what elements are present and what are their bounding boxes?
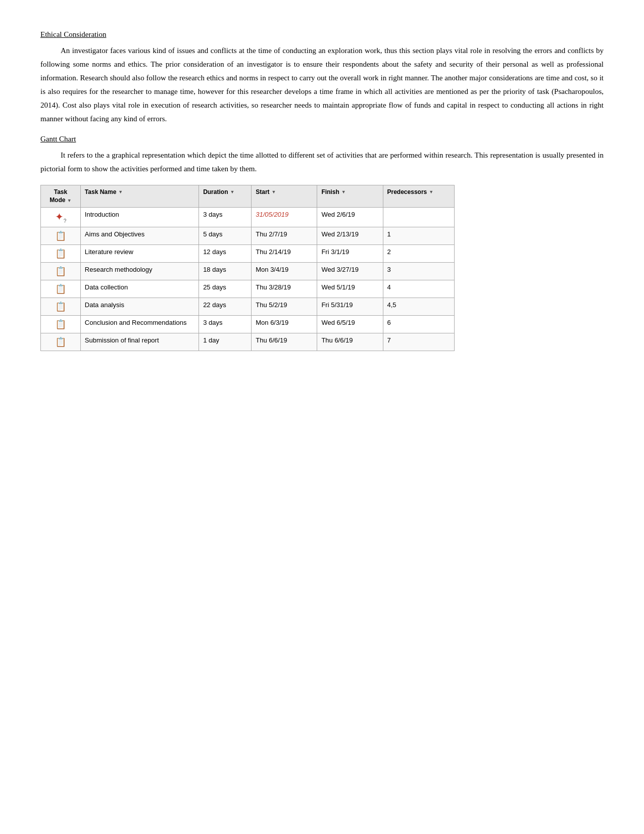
col-header-start[interactable]: Start ▼ xyxy=(252,185,317,208)
predecessors-cell: 4 xyxy=(383,280,454,298)
predecessors-cell: 6 xyxy=(383,316,454,333)
duration-cell: 3 days xyxy=(199,316,252,333)
task-name-cell: Aims and Objectives xyxy=(80,227,199,245)
finish-cell: Wed 2/13/19 xyxy=(317,227,383,245)
task-mode-cell: 📋 xyxy=(41,263,81,280)
start-cell: Thu 3/28/19 xyxy=(252,280,317,298)
predecessors-cell: 3 xyxy=(383,263,454,280)
duration-cell: 5 days xyxy=(199,227,252,245)
task-name-cell: Data collection xyxy=(80,280,199,298)
predecessors-cell: 7 xyxy=(383,333,454,351)
finish-cell: Wed 6/5/19 xyxy=(317,316,383,333)
manual-task-icon: 📋 xyxy=(55,337,66,347)
finish-cell: Wed 3/27/19 xyxy=(317,263,383,280)
start-cell: Mon 3/4/19 xyxy=(252,263,317,280)
manual-task-icon: 📋 xyxy=(55,266,66,276)
col-header-duration[interactable]: Duration ▼ xyxy=(199,185,252,208)
task-mode-cell: 📋 xyxy=(41,245,81,263)
ethical-consideration-section: Ethical Consideration An investigator fa… xyxy=(40,30,604,126)
table-row: 📋Aims and Objectives5 daysThu 2/7/19Wed … xyxy=(41,227,455,245)
table-row: 📋Research methodology18 daysMon 3/4/19We… xyxy=(41,263,455,280)
finish-cell: Wed 2/6/19 xyxy=(317,208,383,227)
col-header-task-mode[interactable]: Task Mode ▼ xyxy=(41,185,81,208)
table-row: 📋Literature review12 daysThu 2/14/19Fri … xyxy=(41,245,455,263)
start-cell: Mon 6/3/19 xyxy=(252,316,317,333)
predecessors-cell: 4,5 xyxy=(383,298,454,316)
start-cell: Thu 6/6/19 xyxy=(252,333,317,351)
predecessors-cell: 1 xyxy=(383,227,454,245)
predecessors-cell: 2 xyxy=(383,245,454,263)
table-row: 📋Data collection25 daysThu 3/28/19Wed 5/… xyxy=(41,280,455,298)
finish-cell: Fri 5/31/19 xyxy=(317,298,383,316)
task-name-cell: Submission of final report xyxy=(80,333,199,351)
gantt-table: Task Mode ▼ Task Name ▼ Duration ▼ Start… xyxy=(40,185,455,351)
task-mode-cell: ✦? xyxy=(41,208,81,227)
table-row: ✦?Introduction3 days31/05/2019Wed 2/6/19 xyxy=(41,208,455,227)
gantt-chart-section: Gantt Chart It refers to the a graphical… xyxy=(40,135,604,351)
task-mode-cell: 📋 xyxy=(41,280,81,298)
start-cell: Thu 2/7/19 xyxy=(252,227,317,245)
task-name-cell: Introduction xyxy=(80,208,199,227)
auto-task-icon: ✦? xyxy=(55,211,67,222)
duration-cell: 1 day xyxy=(199,333,252,351)
start-cell: Thu 5/2/19 xyxy=(252,298,317,316)
table-row: 📋Conclusion and Recommendations3 daysMon… xyxy=(41,316,455,333)
task-name-cell: Research methodology xyxy=(80,263,199,280)
manual-task-icon: 📋 xyxy=(55,284,66,294)
table-header-row: Task Mode ▼ Task Name ▼ Duration ▼ Start… xyxy=(41,185,455,208)
task-name-cell: Conclusion and Recommendations xyxy=(80,316,199,333)
duration-cell: 22 days xyxy=(199,298,252,316)
start-cell: Thu 2/14/19 xyxy=(252,245,317,263)
task-mode-cell: 📋 xyxy=(41,333,81,351)
duration-cell: 3 days xyxy=(199,208,252,227)
task-mode-cell: 📋 xyxy=(41,227,81,245)
col-header-finish[interactable]: Finish ▼ xyxy=(317,185,383,208)
duration-cell: 25 days xyxy=(199,280,252,298)
predecessors-cell xyxy=(383,208,454,227)
manual-task-icon: 📋 xyxy=(55,249,66,259)
gantt-chart-paragraph: It refers to the a graphical representat… xyxy=(40,149,604,176)
col-header-task-name[interactable]: Task Name ▼ xyxy=(80,185,199,208)
col-header-predecessors[interactable]: Predecessors ▼ xyxy=(383,185,454,208)
task-name-cell: Data analysis xyxy=(80,298,199,316)
manual-task-icon: 📋 xyxy=(55,231,66,241)
finish-cell: Wed 5/1/19 xyxy=(317,280,383,298)
table-row: 📋Submission of final report1 dayThu 6/6/… xyxy=(41,333,455,351)
task-name-cell: Literature review xyxy=(80,245,199,263)
finish-cell: Thu 6/6/19 xyxy=(317,333,383,351)
start-cell: 31/05/2019 xyxy=(252,208,317,227)
ethical-consideration-paragraph: An investigator faces various kind of is… xyxy=(40,44,604,126)
task-mode-cell: 📋 xyxy=(41,298,81,316)
duration-cell: 12 days xyxy=(199,245,252,263)
duration-cell: 18 days xyxy=(199,263,252,280)
task-mode-cell: 📋 xyxy=(41,316,81,333)
finish-cell: Fri 3/1/19 xyxy=(317,245,383,263)
manual-task-icon: 📋 xyxy=(55,319,66,329)
manual-task-icon: 📋 xyxy=(55,302,66,312)
ethical-consideration-heading: Ethical Consideration xyxy=(40,30,106,39)
table-row: 📋Data analysis22 daysThu 5/2/19Fri 5/31/… xyxy=(41,298,455,316)
gantt-chart-heading: Gantt Chart xyxy=(40,135,76,143)
